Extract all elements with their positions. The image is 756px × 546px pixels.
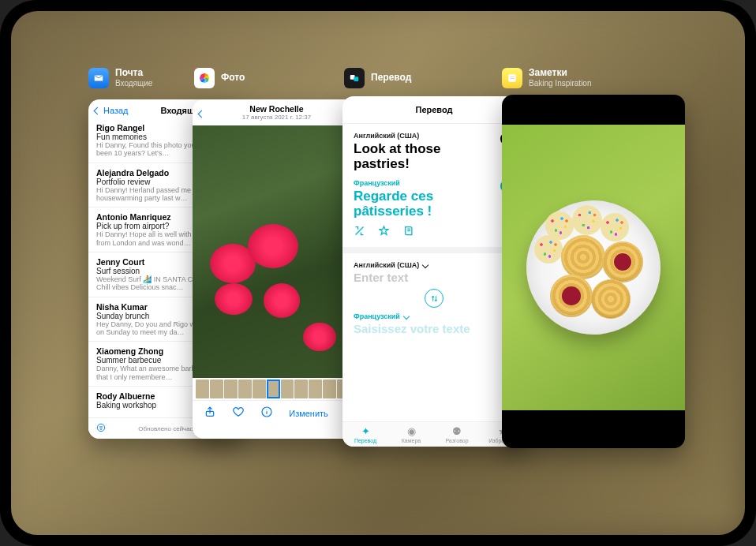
svg-point-13 [97, 424, 104, 431]
ipad-frame: Почта Входящие Фото Перевод [0, 0, 756, 546]
source-input-placeholder[interactable]: Enter text [354, 271, 515, 284]
swap-languages-button[interactable] [354, 289, 515, 308]
target-input-placeholder[interactable]: Saisissez votre texte [354, 322, 515, 335]
target-language-label: Французский [354, 179, 500, 187]
photo-location: New Rochelle [206, 104, 347, 114]
target-input-block[interactable]: Французский Saisissez votre texte [354, 312, 515, 335]
app-chip-mail[interactable]: Почта Входящие [88, 68, 152, 88]
plate-image [526, 200, 661, 335]
app-chip-title: Заметки [529, 68, 592, 79]
mail-app-icon [88, 68, 109, 88]
app-chip-title: Фото [221, 73, 245, 84]
favorite-icon[interactable] [232, 406, 245, 421]
source-input-language[interactable]: Английский (США) [354, 261, 515, 269]
dictionary-icon[interactable] [402, 225, 414, 239]
tab-conversation[interactable]: ⚉Разговор [434, 422, 480, 447]
photo-viewer[interactable] [193, 125, 368, 378]
favorite-icon[interactable] [378, 225, 390, 239]
info-icon[interactable] [260, 406, 273, 421]
source-input-block[interactable]: Английский (США) Enter text [354, 253, 515, 284]
tab-translate[interactable]: ✦Перевод [342, 422, 388, 447]
updated-label: Обновлено сейчас [138, 425, 193, 432]
notes-app-card[interactable] [502, 95, 685, 448]
translate-app-icon [344, 68, 365, 88]
translate-app-card[interactable]: Перевод ⋯ Английский (США) Look at those… [342, 96, 526, 447]
edit-button[interactable]: Изменить [289, 409, 328, 418]
svg-rect-10 [508, 74, 515, 81]
expand-icon[interactable] [354, 225, 365, 239]
target-input-language[interactable]: Французский [354, 312, 515, 320]
app-chip-notes[interactable]: Заметки Baking Inspiration [502, 68, 592, 88]
back-button[interactable] [199, 106, 206, 120]
photos-toolbar: Изменить [193, 400, 368, 425]
translate-navbar: Перевод ⋯ [342, 96, 526, 124]
source-text: Look at those pastries! [354, 141, 500, 171]
notes-app-icon [502, 68, 522, 88]
filter-icon[interactable] [95, 422, 107, 435]
svg-rect-9 [354, 77, 358, 81]
translate-actions [354, 225, 515, 247]
photo-thumbnail-strip[interactable] [193, 378, 368, 400]
photos-app-card[interactable]: New Rochelle 17 августа 2021 г. 12:37 ⋯ … [193, 99, 368, 439]
source-language-label: Английский (США) [354, 132, 500, 140]
tab-camera[interactable]: ◉Камера [388, 422, 434, 447]
app-chip-photos[interactable]: Фото [194, 68, 245, 88]
app-chip-subtitle: Baking Inspiration [529, 79, 592, 88]
app-chip-translate[interactable]: Перевод [344, 68, 411, 88]
target-text: Regarde ces pâtisseries ! [354, 189, 500, 219]
note-photo[interactable] [502, 125, 685, 410]
app-switcher-screen[interactable]: Почта Входящие Фото Перевод [11, 11, 745, 535]
photos-navbar: New Rochelle 17 августа 2021 г. 12:37 ⋯ [193, 99, 368, 125]
photos-app-icon [194, 68, 215, 88]
back-label: Назад [103, 106, 129, 115]
share-icon[interactable] [204, 406, 216, 421]
app-chip-title: Перевод [371, 73, 411, 84]
photo-date: 17 августа 2021 г. 12:37 [206, 114, 347, 121]
app-chip-subtitle: Входящие [115, 79, 152, 88]
translate-title: Перевод [365, 105, 503, 114]
app-chip-title: Почта [115, 68, 152, 79]
back-button[interactable]: Назад [95, 106, 129, 115]
translate-tabbar: ✦Перевод ◉Камера ⚉Разговор ★Избранное [342, 421, 526, 447]
